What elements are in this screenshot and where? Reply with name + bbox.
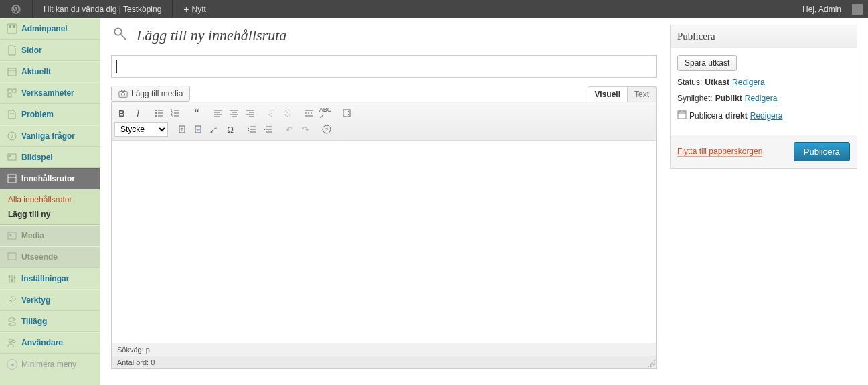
bullet-list-button[interactable]: [152, 106, 167, 121]
editor-path: Sökväg: p: [112, 343, 656, 356]
svg-text:3: 3: [171, 114, 173, 118]
svg-rect-1: [9, 25, 11, 28]
wp-logo-icon[interactable]: [5, 4, 27, 15]
svg-rect-17: [8, 253, 16, 260]
blockquote-button[interactable]: “: [189, 106, 204, 121]
link-button[interactable]: [264, 106, 279, 121]
plus-icon: +: [183, 4, 189, 15]
move-to-trash-link[interactable]: Flytta till papperskorgen: [677, 147, 762, 157]
svg-rect-5: [8, 89, 11, 92]
svg-point-22: [11, 279, 13, 281]
svg-rect-2: [13, 25, 15, 28]
publish-box: Publicera Spara utkast Status: Utkast Re…: [670, 25, 857, 169]
sidebar-item-vanliga-fragor[interactable]: ?Vanliga frågor: [0, 125, 100, 147]
svg-rect-11: [8, 154, 16, 160]
special-char-button[interactable]: Ω: [223, 122, 238, 137]
numbered-list-button[interactable]: 123: [168, 106, 183, 121]
svg-point-12: [9, 155, 11, 157]
publish-button[interactable]: Publicera: [794, 142, 850, 161]
svg-rect-15: [8, 232, 16, 239]
tab-text[interactable]: Text: [628, 86, 657, 102]
svg-point-31: [155, 110, 157, 111]
help-button[interactable]: ?: [319, 122, 334, 137]
sidebar-submenu: Alla innehållsrutor Lägg till ny: [0, 189, 100, 225]
sidebar-item-verksamheter[interactable]: Verksamheter: [0, 82, 100, 104]
page-heading: Lägg till ny innehållsruta: [137, 27, 286, 44]
sidebar-item-aktuellt[interactable]: Aktuellt: [0, 61, 100, 82]
svg-point-23: [14, 277, 16, 279]
align-right-button[interactable]: [243, 106, 258, 121]
svg-line-55: [285, 110, 290, 116]
edit-schedule-link[interactable]: Redigera: [750, 111, 783, 121]
svg-line-27: [120, 34, 126, 40]
submenu-add-new[interactable]: Lägg till ny: [0, 207, 100, 222]
more-button[interactable]: [302, 106, 317, 121]
sidebar-item-sidor[interactable]: Sidor: [0, 40, 100, 61]
clear-format-button[interactable]: [207, 122, 222, 137]
sidebar-item-tillagg[interactable]: Tillägg: [0, 311, 100, 332]
svg-rect-6: [13, 89, 16, 92]
sidebar-item-bildspel[interactable]: Bildspel: [0, 147, 100, 168]
format-dropdown[interactable]: Stycke: [114, 122, 168, 137]
paste-text-button[interactable]: T: [175, 122, 189, 137]
sidebar-item-problem[interactable]: Problem: [0, 104, 100, 125]
post-title-input[interactable]: [111, 55, 657, 78]
publish-box-title: Publicera: [671, 25, 857, 48]
camera-icon: [118, 89, 128, 98]
unlink-button[interactable]: [280, 106, 295, 121]
svg-rect-73: [678, 111, 686, 119]
sidebar-item-adminpanel[interactable]: Adminpanel: [0, 18, 100, 40]
align-left-button[interactable]: [211, 106, 226, 121]
tab-visual[interactable]: Visuell: [588, 86, 628, 102]
paste-word-button[interactable]: W: [191, 122, 205, 137]
edit-visibility-link[interactable]: Redigera: [745, 94, 778, 103]
greeting-link[interactable]: Hej, Admin: [797, 5, 847, 14]
svg-rect-13: [8, 175, 16, 183]
svg-point-33: [155, 112, 157, 114]
sidebar-item-innehallsrutor[interactable]: Innehållsrutor: [0, 168, 100, 189]
admin-bar: Hit kan du vända dig | Testköping + Nytt…: [0, 0, 868, 18]
spellcheck-button[interactable]: ABC✓: [318, 106, 333, 121]
editor-canvas[interactable]: [112, 141, 656, 343]
save-draft-button[interactable]: Spara utkast: [677, 55, 737, 71]
align-center-button[interactable]: [227, 106, 242, 121]
svg-point-24: [9, 339, 13, 343]
submenu-all[interactable]: Alla innehållsrutor: [0, 192, 100, 207]
svg-point-25: [13, 340, 15, 343]
redo-button[interactable]: ↷: [298, 122, 313, 137]
bold-button[interactable]: B: [114, 106, 129, 121]
sidebar-item-installningar[interactable]: Inställningar: [0, 268, 100, 289]
svg-rect-7: [8, 94, 11, 97]
editor-container: B I 123 “: [111, 102, 657, 369]
undo-button[interactable]: ↶: [282, 122, 296, 137]
text-cursor: [116, 60, 117, 73]
sidebar-item-anvandare[interactable]: Användare: [0, 332, 100, 354]
svg-text:W: W: [196, 128, 200, 132]
word-count: Antal ord: 0: [112, 356, 656, 368]
svg-text:?: ?: [11, 133, 14, 139]
sidebar-item-verktyg[interactable]: Verktyg: [0, 289, 100, 311]
calendar-icon: [677, 110, 687, 121]
svg-text:T: T: [181, 127, 184, 132]
sidebar-item-utseende[interactable]: Utseende: [0, 246, 100, 268]
sidebar-item-media[interactable]: Media: [0, 225, 100, 246]
svg-text:?: ?: [325, 127, 329, 133]
new-menu[interactable]: + Nytt: [178, 4, 211, 15]
svg-point-21: [9, 276, 11, 278]
collapse-arrow-icon: ◂: [7, 359, 17, 370]
outdent-button[interactable]: [244, 122, 259, 137]
pin-icon: [111, 25, 130, 46]
fullscreen-button[interactable]: [339, 106, 354, 121]
svg-point-64: [211, 131, 213, 133]
admin-sidebar: Adminpanel Sidor Aktuellt Verksamheter P…: [0, 18, 100, 385]
collapse-menu[interactable]: ◂Minimera meny: [0, 354, 100, 375]
indent-button[interactable]: [260, 122, 275, 137]
svg-point-35: [155, 115, 157, 117]
svg-point-16: [10, 234, 12, 236]
edit-status-link[interactable]: Redigera: [732, 78, 765, 87]
svg-rect-59: [343, 110, 350, 117]
avatar[interactable]: [852, 4, 863, 15]
site-title-link[interactable]: Hit kan du vända dig | Testköping: [38, 5, 167, 14]
italic-button[interactable]: I: [131, 106, 145, 121]
add-media-button[interactable]: Lägg till media: [111, 86, 190, 102]
